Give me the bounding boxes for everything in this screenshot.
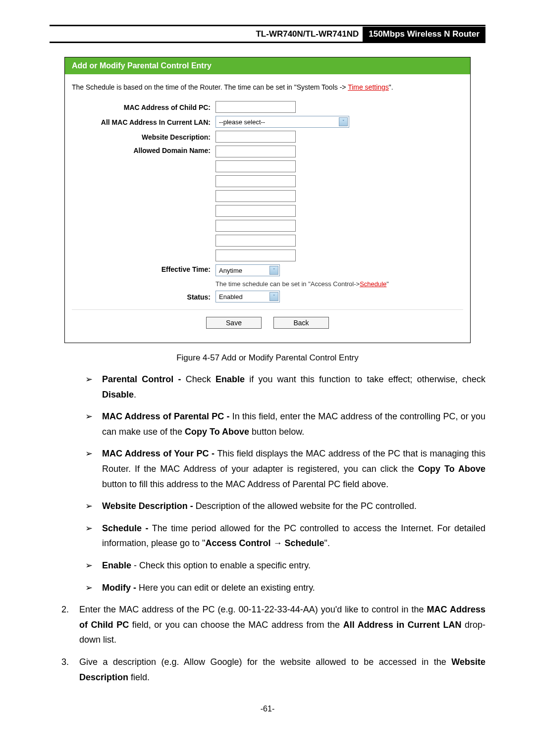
list-item: Enter the MAC address of the PC (e.g. 00… <box>71 602 485 648</box>
step-list: Enter the MAC address of the PC (e.g. 00… <box>50 602 485 685</box>
domain-input-7[interactable] <box>215 235 296 247</box>
list-item: Parental Control - Check Enable if you w… <box>85 372 485 402</box>
label-all-mac: All MAC Address In Current LAN: <box>72 117 215 126</box>
chevron-down-icon: ˅ <box>339 117 348 126</box>
domain-input-2[interactable] <box>215 160 296 172</box>
effective-time-select[interactable]: Anytime ˅ <box>215 264 280 276</box>
all-mac-select[interactable]: --please select-- ˅ <box>215 116 349 128</box>
schedule-note: The Schedule is based on the time of the… <box>72 77 463 101</box>
domain-input-5[interactable] <box>215 205 296 217</box>
domain-input-1[interactable] <box>215 146 296 157</box>
list-item: MAC Address of Your PC - This field disp… <box>85 446 485 492</box>
chevron-down-icon: ˅ <box>269 292 278 301</box>
domain-input-8[interactable] <box>215 250 296 261</box>
list-item: Give a description (e.g. Allow Google) f… <box>71 655 485 685</box>
note-text-post: ". <box>389 83 393 91</box>
list-item: Schedule - The time period allowed for t… <box>85 521 485 551</box>
website-desc-input[interactable] <box>215 131 296 143</box>
domain-input-6[interactable] <box>215 220 296 232</box>
panel-title: Add or Modify Parental Control Entry <box>65 57 470 74</box>
label-mac-child: MAC Address of Child PC: <box>72 102 215 111</box>
label-effective-time: Effective Time: <box>72 264 215 273</box>
header-title: 150Mbps Wireless N Router <box>363 27 485 42</box>
label-allowed-domain: Allowed Domain Name: <box>72 146 215 154</box>
effective-time-value: Anytime <box>219 267 242 274</box>
feature-list: Parental Control - Check Enable if you w… <box>50 372 485 595</box>
all-mac-select-value: --please select-- <box>219 118 265 126</box>
label-website-desc: Website Description: <box>72 132 215 141</box>
save-button[interactable]: Save <box>206 317 262 329</box>
domain-input-3[interactable] <box>215 175 296 187</box>
list-item: Enable - Check this option to enable a s… <box>85 558 485 573</box>
page-number: -61- <box>50 705 485 713</box>
header-model: TL-WR740N/TL-WR741ND <box>50 27 363 42</box>
page-header: TL-WR740N/TL-WR741ND 150Mbps Wireless N … <box>50 27 485 43</box>
chevron-down-icon: ˅ <box>269 266 278 275</box>
parental-control-figure: Add or Modify Parental Control Entry The… <box>64 57 471 343</box>
list-item: Website Description - Description of the… <box>85 499 485 514</box>
hint-pre: The time schedule can be set in "Access … <box>215 280 360 288</box>
time-settings-link[interactable]: Time settings <box>348 83 389 91</box>
schedule-link[interactable]: Schedule <box>360 280 386 288</box>
hint-post: " <box>386 280 389 288</box>
note-text-pre: The Schedule is based on the time of the… <box>72 83 348 91</box>
status-value: Enabled <box>219 293 243 301</box>
figure-caption: Figure 4-57 Add or Modify Parental Contr… <box>50 353 485 363</box>
list-item: Modify - Here you can edit or delete an … <box>85 580 485 596</box>
list-item: MAC Address of Parental PC - In this fie… <box>85 409 485 439</box>
status-select[interactable]: Enabled ˅ <box>215 291 280 302</box>
back-button[interactable]: Back <box>273 317 329 329</box>
mac-child-input[interactable] <box>215 101 296 113</box>
domain-input-4[interactable] <box>215 190 296 202</box>
effective-time-hint: The time schedule can be set in "Access … <box>215 280 389 288</box>
label-status: Status: <box>72 292 215 301</box>
